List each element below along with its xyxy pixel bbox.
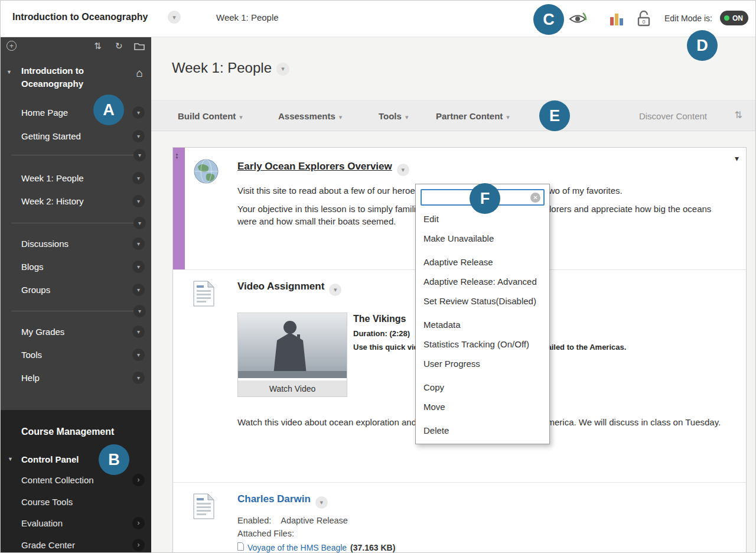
breadcrumb[interactable]: Week 1: People bbox=[216, 12, 279, 22]
sidebar-item-grade-center[interactable]: Grade Center › bbox=[1, 534, 151, 553]
control-panel-label: Control Panel bbox=[21, 454, 79, 464]
course-menu-sidebar: + ⇅ ↻ ▼ Introduction to Oceanography ⌂ H… bbox=[1, 37, 151, 553]
home-icon[interactable]: ⌂ bbox=[136, 67, 143, 80]
item-options-chevron-icon[interactable]: ▾ bbox=[132, 195, 145, 207]
item-options-chevron-icon[interactable]: ▾ bbox=[132, 130, 145, 142]
edit-mode-toggle[interactable]: ON bbox=[720, 11, 748, 25]
sidebar-item-week2-history[interactable]: Week 2: History ▾ bbox=[1, 190, 151, 213]
build-content-button[interactable]: Build Content▾ bbox=[178, 100, 243, 132]
item-options-chevron-icon[interactable]: ▾ bbox=[132, 106, 145, 119]
sidebar-item-groups[interactable]: Groups ▾ bbox=[1, 278, 151, 301]
menu-item-copy[interactable]: Copy bbox=[416, 378, 549, 397]
item-link-early-ocean-explorers[interactable]: Early Ocean Explorers Overview bbox=[237, 161, 392, 172]
page-title-menu-chevron-icon[interactable]: ▾ bbox=[276, 63, 289, 76]
control-panel-caret-icon[interactable]: ▼ bbox=[8, 448, 13, 471]
selected-item-strip: ↕ bbox=[173, 148, 185, 269]
menu-group: Metadata Statistics Tracking (On/Off) Us… bbox=[416, 315, 549, 373]
item-options-chevron-icon[interactable]: ▾ bbox=[132, 238, 145, 250]
collapse-course-menu-icon[interactable]: ▼ bbox=[6, 69, 12, 75]
item-link-charles-darwin[interactable]: Charles Darwin bbox=[237, 493, 311, 505]
item-title-video-assignment[interactable]: Video Assignment bbox=[237, 281, 324, 292]
blackboard-app: Introduction to Oceanography ▾ Week 1: P… bbox=[0, 0, 756, 553]
sidebar-divider: ▾ bbox=[11, 223, 142, 223]
item-options-chevron-icon[interactable]: ▾ bbox=[132, 326, 145, 338]
add-menu-item-icon[interactable]: + bbox=[6, 41, 17, 51]
item-options-chevron-icon[interactable]: ▾ bbox=[397, 164, 409, 176]
menu-item-set-review-status[interactable]: Set Review Status(Disabled) bbox=[416, 291, 549, 311]
clear-search-icon[interactable]: ✕ bbox=[530, 193, 540, 203]
sort-order-icon[interactable]: ⇅ bbox=[735, 109, 742, 121]
enabled-status-line: Enabled:Adaptive Release bbox=[237, 516, 728, 525]
menu-item-move[interactable]: Move bbox=[416, 397, 549, 417]
item-options-chevron-icon[interactable]: ▾ bbox=[315, 496, 328, 509]
sidebar-divider: ▾ bbox=[11, 311, 142, 311]
sidebar-item-label: Course Tools bbox=[21, 497, 73, 507]
divider-options-chevron-icon[interactable]: ▾ bbox=[133, 305, 146, 317]
sidebar-course-header: ▼ Introduction to Oceanography ⌂ bbox=[1, 64, 151, 106]
discover-content-button[interactable]: Discover Content bbox=[639, 100, 707, 132]
theme-palette-icon[interactable] bbox=[609, 11, 624, 29]
tools-button[interactable]: Tools▾ bbox=[379, 100, 408, 132]
item-options-chevron-icon[interactable]: ▾ bbox=[132, 261, 145, 273]
unlock-icon[interactable]: 0 bbox=[636, 10, 651, 30]
student-preview-icon[interactable] bbox=[568, 10, 588, 30]
drag-handle-icon[interactable]: ↕ bbox=[175, 151, 179, 160]
menu-item-delete[interactable]: Delete bbox=[416, 421, 549, 440]
sidebar-item-getting-started[interactable]: Getting Started ▾ bbox=[1, 125, 151, 148]
item-options-chevron-icon[interactable]: ▾ bbox=[132, 172, 145, 184]
item-context-menu: ✕ Edit Make Unavailable Adaptive Release… bbox=[415, 184, 550, 444]
divider-options-chevron-icon[interactable]: ▾ bbox=[133, 149, 146, 161]
item-options-chevron-icon[interactable]: ▾ bbox=[329, 284, 341, 296]
menu-item-adaptive-release[interactable]: Adaptive Release bbox=[416, 252, 549, 272]
page-title-text: Week 1: People bbox=[172, 60, 272, 76]
menu-item-adaptive-release-advanced[interactable]: Adaptive Release: Advanced bbox=[416, 272, 549, 291]
sidebar-item-label: My Grades bbox=[21, 327, 64, 337]
open-in-new-chevron-icon[interactable]: › bbox=[132, 539, 145, 551]
sidebar-item-label: Evaluation bbox=[21, 518, 63, 528]
course-menu-toolbar: + ⇅ ↻ bbox=[1, 37, 151, 57]
sidebar-item-label: Help bbox=[21, 373, 40, 383]
open-in-new-chevron-icon[interactable]: › bbox=[132, 474, 145, 486]
chevron-down-icon: ▾ bbox=[339, 113, 343, 121]
sidebar-item-label: Tools bbox=[21, 350, 42, 360]
sidebar-item-course-tools[interactable]: Course Tools bbox=[1, 491, 151, 513]
sidebar-item-content-collection[interactable]: Content Collection › bbox=[1, 469, 151, 491]
course-management-heading: Course Management bbox=[21, 423, 114, 441]
open-in-new-chevron-icon[interactable]: › bbox=[132, 517, 145, 529]
sidebar-item-label: Home Page bbox=[21, 108, 68, 118]
divider-options-chevron-icon[interactable]: ▾ bbox=[133, 217, 146, 229]
sidebar-item-label: Grade Center bbox=[21, 540, 75, 550]
folder-view-icon[interactable] bbox=[134, 42, 145, 52]
collapse-list-chevron-icon[interactable]: ▾ bbox=[735, 154, 739, 163]
sidebar-course-title[interactable]: Introduction to Oceanography bbox=[21, 64, 84, 90]
sidebar-item-tools[interactable]: Tools ▾ bbox=[1, 343, 151, 366]
item-options-chevron-icon[interactable]: ▾ bbox=[132, 372, 145, 384]
menu-item-make-unavailable[interactable]: Make Unavailable bbox=[416, 229, 549, 248]
sidebar-item-home-page[interactable]: Home Page ▾ bbox=[1, 101, 151, 124]
menu-item-user-progress[interactable]: User Progress bbox=[416, 354, 549, 373]
sidebar-item-help[interactable]: Help ▾ bbox=[1, 366, 151, 389]
edit-mode-label: Edit Mode is: bbox=[664, 14, 712, 23]
watch-video-button[interactable]: Watch Video bbox=[238, 380, 347, 396]
sidebar-item-blogs[interactable]: Blogs ▾ bbox=[1, 255, 151, 278]
chevron-down-icon: ▾ bbox=[405, 113, 409, 121]
course-title-line2: Oceanography bbox=[21, 77, 84, 90]
partner-content-label: Partner Content bbox=[436, 111, 503, 121]
content-item-document-icon bbox=[193, 493, 214, 522]
partner-content-button[interactable]: Partner Content▾ bbox=[436, 100, 510, 132]
menu-item-metadata[interactable]: Metadata bbox=[416, 315, 549, 334]
attachment-link[interactable]: Voyage of the HMS Beagle bbox=[247, 543, 347, 552]
sidebar-item-week1-people[interactable]: Week 1: People ▾ bbox=[1, 167, 151, 190]
course-title-menu-chevron-icon[interactable]: ▾ bbox=[168, 11, 181, 24]
item-options-chevron-icon[interactable]: ▾ bbox=[132, 284, 145, 296]
sidebar-item-discussions[interactable]: Discussions ▾ bbox=[1, 232, 151, 255]
menu-item-statistics-tracking[interactable]: Statistics Tracking (On/Off) bbox=[416, 334, 549, 354]
assessments-button[interactable]: Assessments▾ bbox=[278, 100, 342, 132]
reorder-icon[interactable]: ⇅ bbox=[94, 41, 102, 51]
sidebar-item-my-grades[interactable]: My Grades ▾ bbox=[1, 320, 151, 343]
refresh-icon[interactable]: ↻ bbox=[115, 41, 123, 51]
sidebar-item-evaluation[interactable]: Evaluation › bbox=[1, 512, 151, 534]
sidebar-item-label: Blogs bbox=[21, 262, 44, 272]
item-options-chevron-icon[interactable]: ▾ bbox=[132, 349, 145, 361]
video-thumbnail[interactable]: Watch Video bbox=[237, 313, 347, 397]
